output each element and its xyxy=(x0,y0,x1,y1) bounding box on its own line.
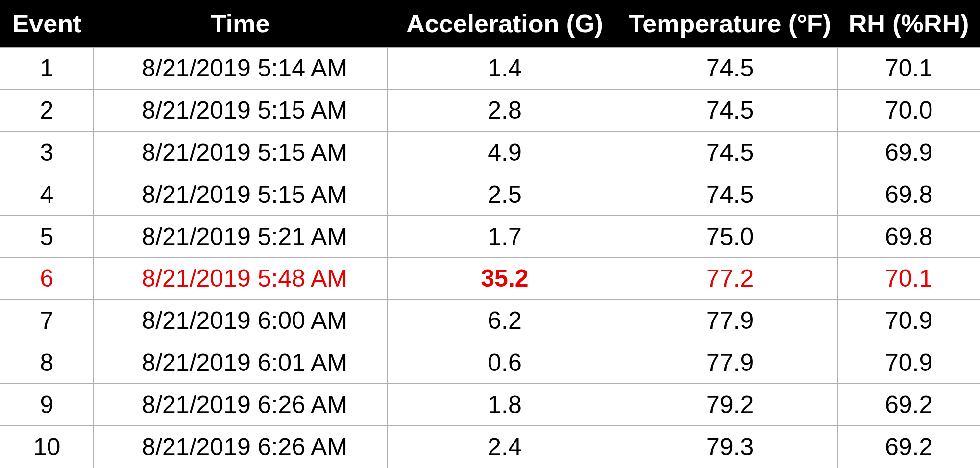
cell-temperature: 74.5 xyxy=(622,131,838,173)
cell-event: 1 xyxy=(0,48,94,90)
cell-time: 8/21/2019 5:15 AM xyxy=(93,131,387,173)
cell-time: 8/21/2019 5:15 AM xyxy=(93,89,387,131)
table-row: 7 8/21/2019 6:00 AM 6.2 77.9 70.9 xyxy=(0,299,980,342)
cell-event: 3 xyxy=(0,131,94,173)
cell-event: 8 xyxy=(0,342,94,384)
table-row: 4 8/21/2019 5:15 AM 2.5 74.5 69.8 xyxy=(0,173,980,216)
cell-time: 8/21/2019 5:14 AM xyxy=(93,48,387,90)
table-row: 5 8/21/2019 5:21 AM 1.7 75.0 69.8 xyxy=(0,216,980,258)
cell-event: 10 xyxy=(0,426,94,468)
header-rh: RH (%RH) xyxy=(838,0,980,48)
cell-acceleration: 2.4 xyxy=(387,426,622,468)
cell-rh: 70.1 xyxy=(838,48,980,90)
cell-temperature: 77.9 xyxy=(622,299,838,342)
cell-event: 7 xyxy=(0,299,94,342)
cell-acceleration: 0.6 xyxy=(387,342,622,384)
cell-acceleration: 1.7 xyxy=(387,216,622,258)
cell-time: 8/21/2019 6:26 AM xyxy=(93,426,387,468)
cell-acceleration: 4.9 xyxy=(387,131,622,173)
cell-event: 5 xyxy=(0,216,94,258)
cell-time: 8/21/2019 5:48 AM xyxy=(93,257,387,299)
cell-temperature: 74.5 xyxy=(622,173,838,216)
header-acceleration: Acceleration (G) xyxy=(387,0,622,48)
table-row: 9 8/21/2019 6:26 AM 1.8 79.2 69.2 xyxy=(0,384,980,426)
cell-event: 9 xyxy=(0,384,94,426)
cell-rh: 69.2 xyxy=(838,426,980,468)
header-row: Event Time Acceleration (G) Temperature … xyxy=(0,0,980,48)
cell-rh: 69.8 xyxy=(838,216,980,258)
header-event: Event xyxy=(0,0,94,48)
cell-time: 8/21/2019 6:01 AM xyxy=(93,342,387,384)
cell-rh: 70.9 xyxy=(838,299,980,342)
cell-event: 6 xyxy=(0,257,94,299)
table-header: Event Time Acceleration (G) Temperature … xyxy=(0,0,980,48)
cell-rh: 70.1 xyxy=(838,257,980,299)
cell-event: 2 xyxy=(0,89,94,131)
table-row: 3 8/21/2019 5:15 AM 4.9 74.5 69.9 xyxy=(0,131,980,173)
cell-rh: 70.0 xyxy=(838,89,980,131)
cell-acceleration: 1.4 xyxy=(387,48,622,90)
cell-temperature: 74.5 xyxy=(622,89,838,131)
cell-event: 4 xyxy=(0,173,94,216)
data-table-container: Event Time Acceleration (G) Temperature … xyxy=(0,0,980,468)
cell-time: 8/21/2019 6:26 AM xyxy=(93,384,387,426)
cell-time: 8/21/2019 5:21 AM xyxy=(93,216,387,258)
cell-rh: 69.8 xyxy=(838,173,980,216)
table-row-highlighted: 6 8/21/2019 5:48 AM 35.2 77.2 70.1 xyxy=(0,257,980,299)
cell-rh: 69.9 xyxy=(838,131,980,173)
table-row: 2 8/21/2019 5:15 AM 2.8 74.5 70.0 xyxy=(0,89,980,131)
cell-temperature: 74.5 xyxy=(622,48,838,90)
cell-temperature: 79.3 xyxy=(622,426,838,468)
header-temperature: Temperature (°F) xyxy=(622,0,838,48)
cell-time: 8/21/2019 5:15 AM xyxy=(93,173,387,216)
cell-acceleration: 1.8 xyxy=(387,384,622,426)
table-row: 1 8/21/2019 5:14 AM 1.4 74.5 70.1 xyxy=(0,48,980,90)
cell-rh: 69.2 xyxy=(838,384,980,426)
header-time: Time xyxy=(93,0,387,48)
cell-rh: 70.9 xyxy=(838,342,980,384)
cell-acceleration: 2.8 xyxy=(387,89,622,131)
table-row: 8 8/21/2019 6:01 AM 0.6 77.9 70.9 xyxy=(0,342,980,384)
table-row: 10 8/21/2019 6:26 AM 2.4 79.3 69.2 xyxy=(0,426,980,468)
cell-temperature: 77.9 xyxy=(622,342,838,384)
cell-temperature: 79.2 xyxy=(622,384,838,426)
cell-acceleration: 6.2 xyxy=(387,299,622,342)
cell-temperature: 75.0 xyxy=(622,216,838,258)
cell-acceleration: 2.5 xyxy=(387,173,622,216)
cell-temperature: 77.2 xyxy=(622,257,838,299)
cell-acceleration: 35.2 xyxy=(387,257,622,299)
data-table: Event Time Acceleration (G) Temperature … xyxy=(0,0,980,468)
cell-time: 8/21/2019 6:00 AM xyxy=(93,299,387,342)
table-body: 1 8/21/2019 5:14 AM 1.4 74.5 70.1 2 8/21… xyxy=(0,48,980,468)
